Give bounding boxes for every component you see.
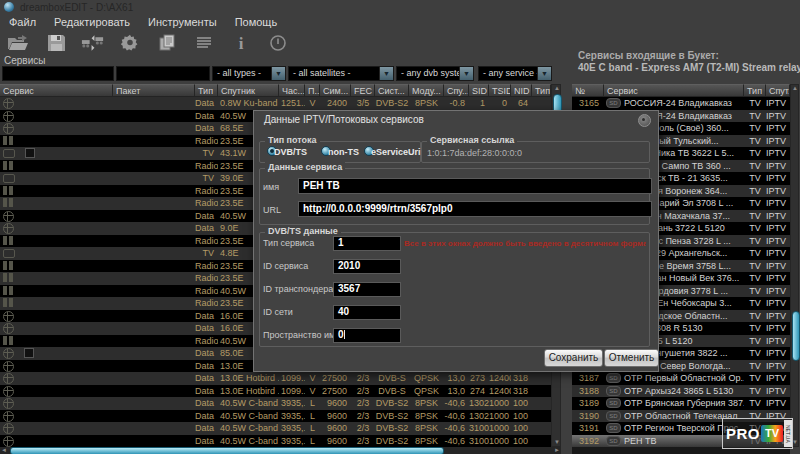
service-row[interactable]: Data40.5W C-band ...3935,...L96002/3DVB-… [0,397,551,410]
copy-icon[interactable] [154,33,180,53]
column-header-11[interactable]: SID [469,84,489,97]
cell [0,147,113,160]
column-header-4[interactable]: Час... [279,84,305,97]
tv-screen-icon [3,149,15,158]
bouquet-column-header-2[interactable]: Тип [744,84,766,97]
service-row[interactable]: Data13.0E Hotbird ...1099...V275002/3DVB… [0,385,551,398]
open-file-icon[interactable] [6,33,32,53]
service-row[interactable]: Data0.8W Ku-band ...1251...V24003/5DVB-S… [0,97,551,110]
cell: TV [744,297,766,310]
column-header-2[interactable]: Тип [195,84,218,97]
cell: TV [744,235,766,248]
save-icon[interactable] [43,33,69,53]
column-header-12[interactable]: TSID [489,84,511,97]
url-field[interactable]: http://0.0.0.0:9999/rtrn/3567plp0 [298,201,652,217]
bouquet-column-header-0[interactable]: № [572,84,604,97]
about-icon[interactable] [265,33,291,53]
chevron-down-icon[interactable]: ▼ [379,67,393,80]
service-row[interactable]: Data40.5W C-band ...3935,...L96002/3DVB-… [0,422,551,435]
menu-item-1[interactable]: Редактировать [45,15,139,29]
data-globe-icon [3,311,14,322]
column-header-7[interactable]: FEC [351,84,375,97]
column-header-10[interactable]: Спу... [444,84,469,97]
cell: Data [195,222,218,235]
cell: QPSK [409,385,444,398]
titlebar: dreamboxEDIT - D:\AX61 [0,0,800,15]
cell: TV [195,172,218,185]
cell: TV [744,385,766,398]
service-filter-value: - any service - [479,67,537,80]
satellite-filter-dropdown[interactable]: - all satellites -▼ [288,66,394,81]
cell: 318 [511,372,532,385]
bouquet-service-row[interactable]: 3165SDРОССИЯ-24 ВладикавказTVIPTV [572,97,790,110]
chevron-down-icon[interactable]: ▼ [271,67,285,80]
close-icon[interactable] [638,114,651,127]
cell [532,385,551,398]
column-header-9[interactable]: Моду... [409,84,444,97]
cell: 2/3 [351,385,375,398]
bouquet-column-header-1[interactable]: Сервис [604,84,744,97]
service-row[interactable]: Data13.0E Hotbird ...1099...V275002/3DVB… [0,372,551,385]
name-field[interactable]: РЕН ТВ [298,178,652,194]
package-search-input[interactable] [116,66,210,81]
column-header-14[interactable]: Тип [532,84,551,97]
service-search-input[interactable] [2,66,114,81]
cell: IPTV [766,272,790,285]
service-row[interactable]: Data40.5W C-band ...3935,...L96002/3DVB-… [0,435,551,448]
cell: IPTV [766,197,790,210]
menubar: ФайлРедактироватьИнструментыПомощь [0,15,800,29]
services-hscrollbar[interactable]: ◄ ► [0,447,561,454]
bouquet-column-header-3[interactable]: Спут... [766,84,790,97]
chevron-down-icon[interactable]: ▼ [537,67,551,80]
settings-gear-icon[interactable] [117,33,143,53]
cancel-button[interactable]: Отменить [604,349,659,367]
cell: IPTV [766,235,790,248]
cell: TV [744,160,766,173]
bouquet-service-row[interactable]: 3188SDОТР Архыз24 3865 L 5130TVIPTV [572,385,790,398]
cell: Data [195,360,218,373]
name-field-label: имя [263,182,279,192]
dvb-system-filter-dropdown[interactable]: - any dvb system -▼ [396,66,474,81]
cell: TV [744,272,766,285]
cell [113,122,195,135]
info-icon[interactable]: i [228,33,254,53]
id-транспондера-field[interactable]: 3567 [333,282,401,297]
type-filter-dropdown[interactable]: - all types -▼ [212,66,286,81]
chevron-down-icon[interactable]: ▼ [459,67,473,80]
cell [0,160,113,173]
column-header-1[interactable]: Пакет [113,84,195,97]
column-header-5[interactable]: П... [305,84,320,97]
cell [0,122,113,135]
save-button[interactable]: Сохранить [544,349,603,367]
тип-сервиса-field[interactable]: 1 [333,236,401,251]
column-header-6[interactable]: Сим... [320,84,351,97]
radio-speakers-icon [3,261,7,270]
cell: IPTV [766,310,790,323]
service-filter-dropdown[interactable]: - any service -▼ [478,66,552,81]
пространство-имен-field[interactable]: 0 [333,328,401,343]
id-сервиса-field[interactable]: 2010 [333,259,401,274]
cell: Data [195,347,218,360]
id-сети-field[interactable]: 40 [333,305,401,320]
service-row[interactable]: Data40.5W C-band ...3935,...L96002/3DVB-… [0,410,551,423]
cell: TV [744,360,766,373]
radio-speakers-icon [3,198,7,207]
column-header-13[interactable]: NID [511,84,532,97]
cell: TV [744,335,766,348]
list-icon[interactable] [191,33,217,53]
ftp-transfer-icon[interactable] [80,33,106,53]
cell [113,260,195,273]
bouquet-vscrollbar[interactable]: ▲ ▼ [790,84,799,447]
menu-item-3[interactable]: Помощь [226,15,287,29]
column-header-0[interactable]: Сервис [0,84,113,97]
menu-item-0[interactable]: Файл [0,15,45,29]
cell [532,372,551,385]
column-header-8[interactable]: Сист... [375,84,409,97]
bouquet-service-row[interactable]: 3187SDОТР Первый Областной Ор...TVIPTV [572,372,790,385]
cell: 2/3 [351,372,375,385]
column-header-3[interactable]: Спутник [218,84,279,97]
bouquet-vscroll-thumb[interactable] [792,311,800,361]
bouquet-service-row[interactable]: 3189SDОТР Брянская Губерния 387...TVIPTV [572,397,790,410]
menu-item-2[interactable]: Инструменты [139,15,226,29]
services-hscroll-thumb[interactable] [10,447,444,454]
